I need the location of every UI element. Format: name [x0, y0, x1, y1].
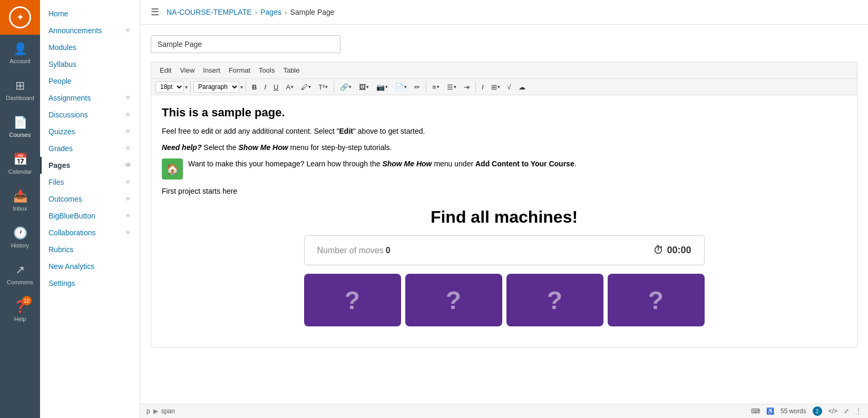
para3-pre: Want to make this your homepage? Learn h… — [188, 160, 382, 168]
nav-grades[interactable]: Grades 👁 — [40, 140, 140, 157]
cloud-button[interactable]: ☁ — [515, 82, 529, 93]
fullscreen-icon[interactable]: ⤢ — [844, 407, 849, 415]
nav-pages[interactable]: Pages 👁 — [40, 157, 140, 174]
nav-files[interactable]: Files 👁 — [40, 174, 140, 191]
nav-calendar[interactable]: 📅 Calendar — [0, 145, 40, 182]
nav-history[interactable]: 🕐 History — [0, 219, 40, 256]
nav-discussions[interactable]: Discussions 👁 — [40, 106, 140, 123]
toolbar-sep5 — [475, 82, 476, 92]
eraser-button[interactable]: ✏ — [411, 82, 423, 93]
path-arrow: ▶ — [153, 407, 158, 415]
nav-announcements[interactable]: Announcements 👁 — [40, 22, 140, 39]
align-button[interactable]: ≡ ▾ — [429, 82, 443, 93]
hamburger-menu-icon[interactable]: ☰ — [151, 6, 159, 18]
nav-commons-label: Commons — [7, 279, 33, 285]
help-badge: 10 — [22, 296, 32, 305]
para2-post: menu for step-by-step tutorials. — [288, 143, 392, 152]
moves-value: 0 — [386, 246, 391, 255]
card-3[interactable]: ? — [506, 274, 603, 326]
menu-insert[interactable]: Insert — [199, 64, 225, 76]
menu-edit[interactable]: Edit — [155, 64, 175, 76]
nav-bigbluebutton[interactable]: BigBlueButton 👁 — [40, 207, 140, 224]
italic-button[interactable]: I — [261, 82, 269, 93]
collaborations-eye-icon: 👁 — [125, 229, 131, 236]
moves-section: Number of moves 0 — [317, 246, 391, 255]
indent-button[interactable]: ⇥ — [461, 82, 473, 93]
nav-account[interactable]: 👤 Account — [0, 35, 40, 72]
para3: Want to make this your homepage? Learn h… — [188, 158, 577, 170]
menu-view[interactable]: View — [175, 64, 199, 76]
font-size-select[interactable]: 18pt — [155, 81, 184, 93]
nav-collaborations[interactable]: Collaborations 👁 — [40, 224, 140, 241]
nav-dashboard[interactable]: ⊞ Dashboard — [0, 72, 40, 108]
logo-icon: ✦ — [9, 6, 31, 28]
page-title-input[interactable] — [151, 35, 340, 53]
editor-content[interactable]: This is a sample page. Feel free to edit… — [151, 95, 857, 347]
editor-statusbar: p ▶ span ⌨ ♿ 55 words 2 </> ⤢ ⋮ — [140, 404, 868, 418]
outcomes-eye-icon: 👁 — [125, 195, 131, 203]
text-color-button[interactable]: A ▾ — [282, 82, 297, 93]
para3-mid: menu under — [432, 160, 476, 168]
italic2-button[interactable]: I — [479, 82, 487, 93]
nav-inbox-label: Inbox — [13, 205, 27, 212]
assignments-eye-icon: 👁 — [125, 94, 131, 102]
nav-home[interactable]: Home — [40, 5, 140, 22]
nav-courses[interactable]: 📄 Courses — [0, 108, 40, 145]
breadcrumb-course[interactable]: NA-COURSE-TEMPLATE — [167, 8, 252, 16]
list-button[interactable]: ☰ ▾ — [444, 82, 460, 93]
breadcrumb-current: Sample Page — [290, 8, 335, 16]
card-4[interactable]: ? — [608, 274, 705, 326]
grades-eye-icon: 👁 — [125, 145, 131, 152]
nav-courses-label: Courses — [9, 132, 31, 138]
editor-area: Edit View Insert Format Tools Table 18pt… — [140, 25, 868, 404]
inbox-icon: 📥 — [13, 190, 27, 203]
homepage-box: 🏠 Want to make this your homepage? Learn… — [162, 158, 846, 180]
path-span: span — [161, 407, 175, 415]
card-1[interactable]: ? — [304, 274, 401, 326]
timer-icon: ⏱ — [653, 244, 664, 256]
underline-button[interactable]: U — [270, 82, 281, 93]
nav-assignments[interactable]: Assignments 👁 — [40, 89, 140, 106]
nav-rubrics[interactable]: Rubrics — [40, 241, 140, 258]
timer-value: 00:00 — [667, 245, 691, 256]
embed-button[interactable]: 📄 ▾ — [392, 82, 410, 93]
nav-commons[interactable]: ↗ Commons — [0, 256, 40, 293]
bold-button[interactable]: B — [249, 82, 260, 93]
nav-modules[interactable]: Modules — [40, 39, 140, 56]
logo[interactable]: ✦ — [0, 0, 40, 35]
table-button[interactable]: ⊞ ▾ — [488, 82, 503, 93]
breadcrumb-section[interactable]: Pages — [260, 8, 281, 16]
nav-dashboard-label: Dashboard — [6, 95, 34, 101]
menu-tools[interactable]: Tools — [255, 64, 279, 76]
nav-quizzes[interactable]: Quizzes 👁 — [40, 123, 140, 140]
superscript-button[interactable]: T² ▾ — [315, 82, 331, 93]
media-button[interactable]: 📷 ▾ — [373, 82, 391, 93]
nav-newanalytics[interactable]: New Analytics — [40, 258, 140, 275]
word-count: 55 words — [781, 407, 806, 415]
nav-outcomes[interactable]: Outcomes 👁 — [40, 191, 140, 207]
nav-syllabus[interactable]: Syllabus — [40, 56, 140, 73]
dashboard-icon: ⊞ — [15, 79, 25, 93]
menu-table[interactable]: Table — [279, 64, 304, 76]
main-content: ☰ NA-COURSE-TEMPLATE › Pages › Sample Pa… — [140, 0, 868, 418]
more-options-icon[interactable]: ⋮ — [855, 407, 862, 415]
nav-people[interactable]: People — [40, 73, 140, 89]
nav-help[interactable]: ❓ 10 Help — [0, 293, 40, 330]
link-button[interactable]: 🔗 ▾ — [337, 82, 355, 93]
card-2[interactable]: ? — [405, 274, 502, 326]
paragraph-select[interactable]: Paragraph — [193, 81, 239, 93]
nav-inbox[interactable]: 📥 Inbox — [0, 182, 40, 219]
image-button[interactable]: 🖼 ▾ — [356, 82, 372, 93]
timer: ⏱ 00:00 — [653, 244, 691, 256]
menu-format[interactable]: Format — [225, 64, 255, 76]
nav-settings[interactable]: Settings — [40, 275, 140, 292]
highlight-button[interactable]: 🖊 ▾ — [298, 82, 314, 93]
code-view-icon[interactable]: </> — [828, 407, 837, 415]
math-button[interactable]: √ — [504, 82, 514, 93]
mini-game-area: Find all machines! Number of moves 0 ⏱ 0… — [162, 207, 846, 326]
course-nav: Home Announcements 👁 Modules Syllabus Pe… — [40, 0, 140, 418]
bigbluebutton-eye-icon: 👁 — [125, 212, 131, 220]
path-p: p — [147, 407, 150, 415]
commons-icon: ↗ — [15, 263, 25, 277]
history-icon: 🕐 — [13, 226, 27, 240]
